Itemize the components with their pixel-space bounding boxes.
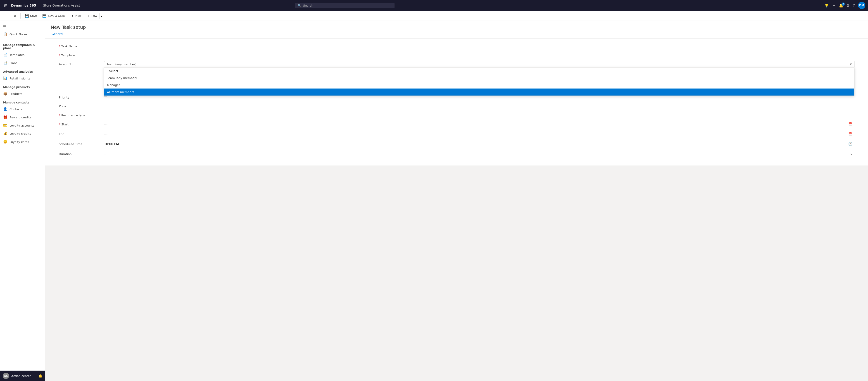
form-row-recurrence-type: * Recurrence type ---: [59, 112, 855, 117]
flow-button[interactable]: ⇢ Flow: [84, 13, 99, 19]
avatar[interactable]: DM: [858, 2, 865, 9]
duration-caret-icon[interactable]: ∨: [850, 152, 852, 156]
label-zone: Zone: [59, 103, 104, 108]
contacts-icon: 👤: [3, 107, 7, 111]
popout-icon: ⧉: [14, 14, 16, 18]
settings-icon[interactable]: ⚙: [846, 3, 850, 8]
top-nav: ⊞ Dynamics 365 Store Operations Assist 🔍…: [0, 0, 868, 11]
clock-icon[interactable]: 🕙: [848, 142, 852, 146]
sidebar-toggle[interactable]: ≡: [0, 21, 45, 30]
label-duration: Duration: [59, 151, 104, 156]
retail-insights-icon: 📊: [3, 76, 7, 80]
action-center-icon: 🔔: [38, 374, 42, 378]
help-icon[interactable]: ?: [853, 3, 855, 8]
sidebar-item-retail-insights[interactable]: 📊 Retail insights: [0, 74, 45, 82]
value-zone[interactable]: ---: [104, 103, 855, 107]
sidebar-item-templates[interactable]: 📄 Templates: [0, 51, 45, 59]
plans-icon: 📑: [3, 61, 7, 65]
sidebar-label-loyalty-accounts: Loyalty accounts: [9, 124, 34, 127]
required-star-task-name: *: [59, 45, 60, 48]
label-scheduled-time: Scheduled Time: [59, 141, 104, 146]
recurrence-type-dashes: ---: [104, 112, 107, 115]
section-label-manage-contacts: Manage contacts: [0, 98, 45, 105]
duration-dashes: ---: [104, 151, 855, 157]
loyalty-credits-icon: 💰: [3, 131, 7, 136]
loyalty-cards-icon: 🪙: [3, 140, 7, 144]
action-center-item[interactable]: AC Action center 🔔: [0, 371, 45, 381]
save-icon: 💾: [25, 14, 29, 18]
sidebar-divider-1: [0, 39, 45, 39]
save-close-icon: 💾: [42, 14, 46, 18]
section-label-manage-templates: Manage templates & plans: [0, 40, 45, 51]
sidebar-item-products[interactable]: 📦 Products: [0, 90, 45, 98]
add-icon[interactable]: ＋: [832, 3, 836, 8]
sidebar-label-contacts: Contacts: [9, 108, 22, 111]
end-dashes: ---: [104, 131, 855, 137]
save-close-label: Save & Close: [48, 14, 66, 18]
end-calendar-icon[interactable]: 📅: [848, 132, 852, 136]
label-template: * Template: [59, 52, 104, 57]
sidebar-item-quick-notes[interactable]: 📋 Quick Notes: [0, 30, 45, 38]
reward-credits-icon: 🎁: [3, 115, 7, 119]
value-task-name[interactable]: ---: [104, 43, 855, 47]
notifications-icon[interactable]: 🔔 2: [839, 3, 843, 8]
task-name-dashes: ---: [104, 43, 107, 47]
back-icon: ←: [5, 14, 8, 18]
sidebar-item-loyalty-accounts[interactable]: 💳 Loyalty accounts: [0, 121, 45, 129]
label-assign-to: Assign To: [59, 61, 104, 66]
waffle-icon[interactable]: ⊞: [3, 2, 9, 9]
value-assign-to: Team (any member) ∨ --Select-- Team (any…: [104, 61, 855, 67]
label-start: * Start: [59, 121, 104, 126]
required-star-recurrence: *: [59, 113, 60, 117]
back-button[interactable]: ←: [3, 13, 11, 19]
section-label-advanced-analytics: Advanced analytics: [0, 67, 45, 74]
form-row-end: End --- 📅: [59, 131, 855, 137]
popout-button[interactable]: ⧉: [11, 13, 19, 19]
quick-notes-icon: 📋: [3, 32, 7, 36]
sidebar-item-loyalty-cards[interactable]: 🪙 Loyalty cards: [0, 138, 45, 146]
flow-label: Flow: [91, 14, 97, 18]
label-recurrence-type: * Recurrence type: [59, 112, 104, 117]
flow-icon: ⇢: [87, 14, 90, 18]
save-button[interactable]: 💾 Save: [22, 13, 39, 19]
assign-to-select[interactable]: Team (any member) ∨: [104, 61, 855, 67]
save-label: Save: [30, 14, 37, 18]
sidebar: ≡ 📋 Quick Notes Manage templates & plans…: [0, 21, 45, 381]
label-end: End: [59, 131, 104, 136]
value-start: --- 📅: [104, 121, 855, 127]
lightbulb-icon[interactable]: 💡: [824, 3, 829, 8]
new-button[interactable]: ＋ New: [68, 12, 84, 19]
form-row-duration: Duration --- ∨: [59, 151, 855, 157]
sidebar-item-reward-credits[interactable]: 🎁 Reward credits: [0, 113, 45, 121]
sidebar-label-reward-credits: Reward credits: [9, 116, 31, 119]
option-select[interactable]: --Select--: [104, 67, 854, 75]
sidebar-item-loyalty-credits[interactable]: 💰 Loyalty credits: [0, 129, 45, 138]
form-row-scheduled-time: Scheduled Time 10:00 PM 🕙: [59, 141, 855, 147]
form-row-start: * Start --- 📅: [59, 121, 855, 127]
label-priority: Priority: [59, 94, 104, 99]
flow-caret-icon[interactable]: ∨: [99, 13, 103, 19]
value-scheduled-time: 10:00 PM 🕙: [104, 141, 855, 147]
action-center-avatar: AC: [3, 373, 9, 379]
save-close-button[interactable]: 💾 Save & Close: [40, 13, 68, 19]
page-title: New Task setup: [45, 21, 868, 30]
sidebar-item-plans[interactable]: 📑 Plans: [0, 59, 45, 67]
sidebar-label-templates: Templates: [9, 53, 25, 57]
option-team-any[interactable]: Team (any member): [104, 75, 854, 82]
option-manager[interactable]: Manager: [104, 82, 854, 89]
search-icon: 🔍: [298, 4, 301, 7]
search-bar[interactable]: 🔍 Search: [295, 3, 395, 8]
select-caret-icon: ∨: [850, 62, 852, 66]
search-placeholder: Search: [303, 4, 313, 7]
toolbar-divider-1: [20, 13, 21, 19]
scheduled-time-value: 10:00 PM: [104, 141, 855, 147]
section-label-manage-products: Manage products: [0, 82, 45, 90]
value-recurrence-type[interactable]: ---: [104, 112, 855, 115]
value-template[interactable]: ---: [104, 52, 855, 55]
value-end: --- 📅: [104, 131, 855, 137]
option-all-team[interactable]: All team members: [104, 89, 854, 95]
notification-badge: 2: [841, 2, 845, 6]
start-calendar-icon[interactable]: 📅: [848, 122, 852, 126]
sidebar-item-contacts[interactable]: 👤 Contacts: [0, 105, 45, 113]
tab-general[interactable]: General: [51, 30, 64, 38]
